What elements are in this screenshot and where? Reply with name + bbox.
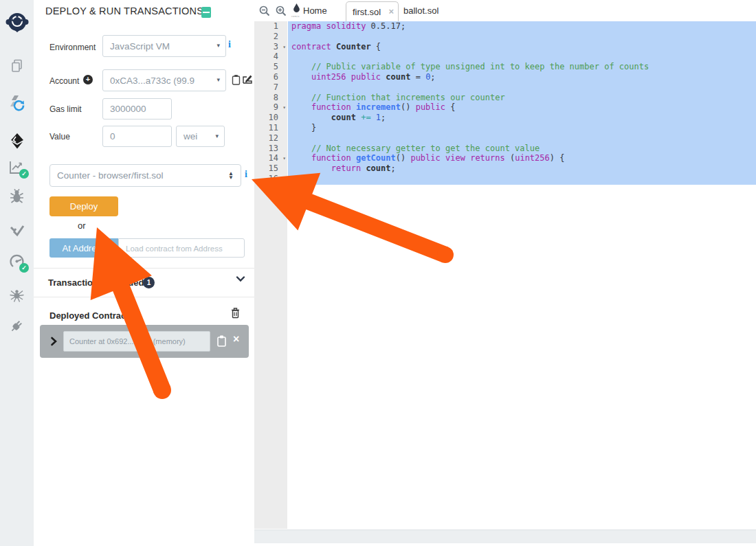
- deploy-button[interactable]: Deploy: [49, 196, 118, 216]
- remix-drop-icon: [293, 3, 300, 14]
- code-line[interactable]: 14▾ function getCount() public view retu…: [254, 153, 756, 163]
- gas-profiler-icon[interactable]: ✓: [0, 253, 34, 270]
- code-line[interactable]: 2: [254, 32, 756, 42]
- code-line[interactable]: 4: [254, 52, 756, 62]
- code-line[interactable]: 10 count += 1;: [254, 113, 756, 123]
- chevron-down-icon: ▾: [215, 133, 219, 139]
- chevron-down-icon: ▾: [216, 76, 220, 83]
- sort-updown-icon: ▲▼: [228, 172, 234, 180]
- deploy-run-panel: DEPLOY & RUN TRANSACTIONS Environment Ja…: [34, 0, 254, 546]
- panel-title: DEPLOY & RUN TRANSACTIONS: [45, 5, 203, 16]
- zoom-out-icon[interactable]: [259, 5, 270, 16]
- environment-info-icon[interactable]: i: [228, 39, 231, 50]
- divider: [34, 268, 254, 269]
- at-address-input[interactable]: [119, 243, 244, 253]
- deployed-contract-row[interactable]: Counter at 0x692...7b3A (memory) ×: [40, 325, 249, 358]
- environment-label: Environment: [49, 43, 96, 52]
- analysis-done-badge: ✓: [19, 169, 29, 179]
- chevron-down-icon: ▾: [216, 42, 220, 49]
- spider-icon[interactable]: [0, 286, 34, 304]
- editor-tabbar: remix Home first.sol × ballot.sol: [254, 0, 756, 21]
- fold-arrow-icon[interactable]: ▾: [282, 43, 286, 53]
- copy-deployed-icon[interactable]: [216, 334, 227, 348]
- remix-ide-window: ✓ ✓: [0, 0, 756, 546]
- transactions-count-badge: 1: [143, 277, 155, 288]
- code-line[interactable]: 9▾ function increment() public {: [254, 102, 756, 113]
- code-line[interactable]: 12: [254, 133, 756, 144]
- add-account-icon[interactable]: +: [83, 75, 93, 84]
- code-line[interactable]: 6 uint256 public count = 0;: [254, 72, 756, 82]
- contract-select[interactable]: Counter - browser/first.sol ▲▼: [49, 164, 241, 187]
- terminal-collapsed-bar[interactable]: [254, 530, 756, 543]
- gas-limit-input-wrap: [102, 98, 172, 120]
- zoom-in-icon[interactable]: [276, 5, 287, 16]
- icon-rail: ✓ ✓: [0, 0, 34, 546]
- contract-info-icon[interactable]: i: [245, 169, 247, 180]
- code-line[interactable]: 3▾contract Counter {: [254, 42, 756, 52]
- gas-limit-input[interactable]: [103, 104, 171, 114]
- deploy-and-run-icon[interactable]: [0, 132, 34, 150]
- value-input-wrap: [102, 126, 172, 147]
- transactions-recorded-label: Transactions recorded:: [48, 277, 147, 288]
- account-label: Account: [49, 76, 79, 86]
- file-explorer-icon[interactable]: [0, 58, 34, 74]
- code-line[interactable]: 11 }: [254, 123, 756, 133]
- remove-deployed-icon[interactable]: ×: [233, 333, 239, 345]
- fold-arrow-icon[interactable]: ▾: [282, 103, 286, 113]
- copy-account-icon[interactable]: [232, 74, 241, 85]
- at-address-button[interactable]: At Address: [49, 238, 118, 258]
- code-line[interactable]: 7: [254, 82, 756, 93]
- documentation-book-icon[interactable]: [201, 7, 211, 18]
- code-line[interactable]: 1pragma solidity 0.5.17;: [254, 21, 756, 32]
- code-lines[interactable]: 1pragma solidity 0.5.17;23▾contract Coun…: [254, 21, 756, 184]
- code-line[interactable]: 5 // Public variable of type unsigned in…: [254, 62, 756, 72]
- gas-profiler-done-badge: ✓: [19, 263, 29, 273]
- code-line[interactable]: 15 return count;: [254, 163, 756, 174]
- gas-limit-label: Gas limit: [49, 104, 82, 114]
- tab-first-sol[interactable]: first.sol ×: [346, 1, 399, 21]
- code-line[interactable]: 8 // Function that increments our counte…: [254, 93, 756, 103]
- close-tab-icon[interactable]: ×: [388, 6, 394, 16]
- plugin-manager-icon[interactable]: [0, 317, 34, 334]
- deployed-contracts-title: Deployed Contracts: [49, 310, 134, 321]
- divider: [34, 297, 254, 297]
- expand-chevron-right-icon[interactable]: [50, 337, 57, 346]
- environment-select[interactable]: JavaScript VM ▾: [102, 35, 226, 57]
- solidity-compiler-icon[interactable]: [0, 93, 34, 113]
- value-label: Value: [49, 132, 70, 141]
- account-select[interactable]: 0xCA3...a733c (99.9 ▾: [102, 69, 226, 91]
- remix-tiny-label: remix: [291, 14, 300, 18]
- deployed-contract-label: Counter at 0x692...7b3A (memory): [63, 331, 210, 352]
- code-line[interactable]: 16 }: [254, 174, 756, 184]
- at-address-input-wrap: [118, 238, 245, 258]
- analysis-icon[interactable]: ✓: [0, 159, 34, 176]
- fold-arrow-icon[interactable]: ▾: [282, 154, 286, 164]
- remix-logo-icon[interactable]: [0, 10, 34, 36]
- editor-area: remix Home first.sol × ballot.sol 1pragm…: [254, 0, 756, 546]
- code-line[interactable]: 13 // Not necessary getter to get the co…: [254, 144, 756, 154]
- clear-deployed-trash-icon[interactable]: [230, 307, 241, 319]
- value-input[interactable]: [103, 131, 171, 141]
- edit-account-icon[interactable]: [243, 74, 252, 84]
- value-unit-select[interactable]: wei ▾: [176, 126, 225, 147]
- or-label: or: [78, 220, 86, 231]
- unit-testing-icon[interactable]: [0, 220, 34, 238]
- debugger-bug-icon[interactable]: [0, 188, 34, 205]
- collapse-chevron-down-icon[interactable]: [236, 275, 245, 282]
